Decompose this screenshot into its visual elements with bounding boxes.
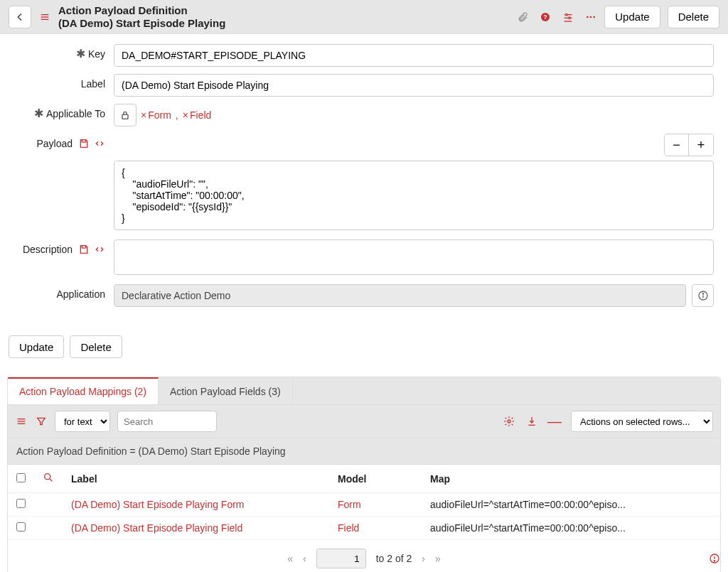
table-row: (DA Demo) Start Episode Playing Field Fi…: [8, 517, 720, 540]
delete-button-bottom[interactable]: Delete: [70, 335, 122, 358]
settings-sliders-icon[interactable]: [562, 11, 574, 23]
back-button[interactable]: [9, 6, 31, 28]
label-field[interactable]: [114, 74, 714, 97]
row-label-link[interactable]: (DA Demo) Start Episode Playing Field: [63, 517, 329, 540]
pager-range-text: to 2 of 2: [376, 553, 412, 564]
code-icon[interactable]: [94, 244, 105, 257]
tag-field[interactable]: ×Field: [183, 109, 212, 121]
update-button-top[interactable]: Update: [604, 6, 660, 28]
select-all-checkbox[interactable]: [16, 473, 26, 482]
required-icon: ✱: [34, 108, 43, 119]
tag-form[interactable]: ×Form: [141, 109, 171, 121]
application-label: Application: [57, 288, 106, 300]
row-checkbox[interactable]: [16, 522, 26, 531]
svg-rect-14: [82, 140, 85, 142]
code-icon[interactable]: [94, 138, 105, 151]
svg-point-24: [45, 474, 50, 480]
pager-first-icon[interactable]: «: [287, 553, 293, 564]
list-menu-icon[interactable]: [15, 415, 28, 428]
tab-fields[interactable]: Action Payload Fields (3): [159, 377, 293, 404]
import-icon[interactable]: [525, 415, 538, 428]
svg-text:?: ?: [544, 14, 547, 21]
error-badge-icon[interactable]: [708, 552, 721, 565]
svg-point-23: [508, 420, 510, 423]
pager-last-icon[interactable]: »: [435, 553, 441, 564]
svg-point-10: [587, 16, 589, 18]
delete-button-top[interactable]: Delete: [668, 6, 719, 28]
pager-next-icon[interactable]: ›: [422, 553, 425, 564]
menu-icon[interactable]: [38, 11, 51, 23]
key-label: Key: [88, 48, 105, 60]
row-map: audioFileUrl=^startAtTime=00:00:00^episo…: [422, 517, 720, 540]
svg-point-11: [590, 16, 592, 18]
collapse-list-icon[interactable]: —: [548, 415, 561, 428]
required-icon: ✱: [76, 48, 85, 60]
svg-rect-13: [122, 114, 128, 119]
filter-breadcrumb[interactable]: Action Payload Definition = (DA Demo) St…: [8, 438, 720, 465]
page-title: Action Payload Definition: [58, 4, 509, 17]
svg-point-12: [594, 16, 596, 18]
col-model[interactable]: Model: [329, 465, 422, 493]
expand-button[interactable]: +: [689, 134, 713, 156]
svg-point-18: [702, 293, 703, 294]
col-label[interactable]: Label: [63, 465, 329, 493]
bulk-actions-select[interactable]: Actions on selected rows...: [571, 411, 713, 432]
column-search-icon[interactable]: [43, 474, 54, 485]
help-icon[interactable]: ?: [539, 11, 552, 23]
attachment-icon[interactable]: [516, 11, 529, 23]
payload-textarea[interactable]: { "audioFileUrl": "", "startAtTime": "00…: [114, 161, 714, 230]
search-mode-select[interactable]: for text: [55, 411, 110, 432]
application-field: [114, 284, 686, 307]
row-label-link[interactable]: (DA Demo) Start Episode Playing Form: [63, 493, 329, 517]
svg-point-28: [714, 561, 714, 561]
update-button-bottom[interactable]: Update: [9, 335, 64, 358]
filter-icon[interactable]: [35, 415, 48, 428]
applicable-label: Applicable To: [46, 108, 105, 119]
description-textarea[interactable]: [114, 239, 714, 275]
label-label: Label: [81, 78, 105, 90]
row-model-link[interactable]: Form: [329, 493, 422, 517]
info-icon[interactable]: [692, 284, 714, 307]
svg-rect-15: [82, 246, 85, 248]
lock-icon[interactable]: [114, 104, 136, 126]
page-title-block: Action Payload Definition (DA Demo) Star…: [58, 4, 509, 30]
gear-icon[interactable]: [503, 415, 515, 428]
pager-prev-icon[interactable]: ‹: [303, 553, 306, 564]
more-icon[interactable]: [584, 11, 597, 23]
row-checkbox[interactable]: [16, 499, 26, 508]
row-model-link[interactable]: Field: [329, 517, 422, 540]
key-field[interactable]: [114, 44, 714, 67]
tab-mappings[interactable]: Action Payload Mappings (2): [8, 377, 159, 404]
collapse-button[interactable]: −: [665, 134, 689, 156]
list-search-input[interactable]: [117, 411, 217, 432]
svg-line-25: [50, 479, 52, 481]
save-icon[interactable]: [78, 244, 90, 257]
description-label: Description: [23, 244, 73, 255]
table-row: (DA Demo) Start Episode Playing Form For…: [8, 493, 720, 517]
payload-label: Payload: [36, 138, 73, 149]
save-icon[interactable]: [78, 138, 90, 151]
col-map[interactable]: Map: [422, 465, 720, 493]
svg-point-8: [569, 17, 571, 19]
svg-point-6: [566, 14, 568, 16]
pager-current-input[interactable]: [316, 549, 366, 568]
svg-marker-22: [38, 418, 46, 424]
page-subtitle: (DA Demo) Start Episode Playing: [58, 17, 509, 30]
row-map: audioFileUrl=^startAtTime=00:00:00^episo…: [422, 493, 720, 517]
